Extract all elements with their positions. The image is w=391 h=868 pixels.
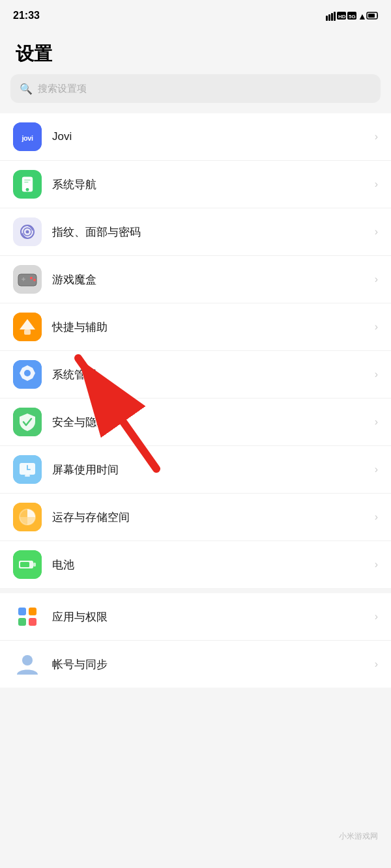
svg-rect-48 — [13, 602, 42, 631]
shortcut-chevron: › — [375, 321, 378, 333]
screentime-chevron: › — [375, 464, 378, 475]
svg-rect-52 — [29, 618, 36, 626]
svg-rect-46 — [33, 563, 36, 567]
system-chevron: › — [375, 369, 378, 380]
apps-label: 应用与权限 — [52, 609, 375, 624]
settings-item-account[interactable]: 帐号与同步 › — [0, 641, 391, 688]
svg-point-54 — [22, 655, 33, 665]
svg-rect-3 — [334, 12, 336, 21]
page-title: 设置 — [0, 31, 391, 74]
settings-group-1: jovi Jovi › 系统导航 › — [0, 113, 391, 588]
settings-item-system[interactable]: 系统管理 › — [0, 351, 391, 399]
settings-item-apps[interactable]: 应用与权限 › — [0, 593, 391, 641]
svg-rect-39 — [25, 475, 30, 477]
status-icons: HD 5G ▲ — [326, 9, 378, 22]
system-icon — [13, 360, 42, 389]
settings-item-jovi[interactable]: jovi Jovi › — [0, 113, 391, 161]
status-time: 21:33 — [13, 10, 40, 21]
security-icon — [13, 408, 42, 436]
svg-rect-47 — [20, 562, 29, 567]
storage-label: 运存与存储空间 — [52, 510, 375, 525]
svg-rect-10 — [368, 14, 375, 18]
signal-icons: HD 5G ▲ — [326, 9, 378, 22]
svg-point-27 — [33, 279, 36, 281]
svg-rect-29 — [23, 277, 24, 281]
svg-point-35 — [24, 370, 31, 376]
svg-rect-2 — [331, 13, 333, 21]
system-label: 系统管理 — [52, 367, 375, 382]
search-placeholder: 搜索设置项 — [38, 83, 87, 95]
jovi-label: Jovi — [52, 130, 375, 143]
settings-item-nav[interactable]: 系统导航 › — [0, 161, 391, 208]
svg-rect-50 — [29, 608, 36, 615]
svg-text:5G: 5G — [349, 14, 356, 20]
settings-item-screentime[interactable]: 屏幕使用时间 › — [0, 446, 391, 494]
fingerprint-icon — [13, 217, 42, 246]
status-bar: 21:33 HD 5G ▲ — [0, 0, 391, 31]
svg-rect-32 — [24, 329, 31, 335]
battery-icon — [13, 550, 42, 579]
settings-item-battery[interactable]: 电池 › — [0, 541, 391, 588]
svg-rect-0 — [326, 16, 328, 21]
game-label: 游戏魔盒 — [52, 272, 375, 287]
svg-rect-51 — [18, 618, 26, 626]
fingerprint-chevron: › — [375, 226, 378, 238]
account-icon — [13, 650, 42, 679]
security-chevron: › — [375, 416, 378, 428]
battery-chevron: › — [375, 559, 378, 570]
watermark: 小米游戏网 — [339, 831, 378, 842]
settings-item-shortcut[interactable]: 快捷与辅助 › — [0, 303, 391, 351]
svg-text:▲: ▲ — [358, 11, 367, 21]
search-icon: 🔍 — [20, 83, 33, 95]
screentime-label: 屏幕使用时间 — [52, 462, 375, 477]
svg-point-26 — [30, 277, 33, 279]
apps-chevron: › — [375, 611, 378, 623]
security-label: 安全与隐私 — [52, 415, 375, 430]
shortcut-label: 快捷与辅助 — [52, 320, 375, 335]
account-label: 帐号与同步 — [52, 657, 375, 672]
shortcut-icon — [13, 313, 42, 341]
account-chevron: › — [375, 658, 378, 670]
nav-icon — [13, 170, 42, 199]
svg-point-22 — [26, 231, 29, 234]
storage-icon — [13, 503, 42, 531]
svg-text:jovi: jovi — [22, 134, 33, 142]
settings-item-fingerprint[interactable]: 指纹、面部与密码 › — [0, 208, 391, 256]
game-icon — [13, 265, 42, 294]
jovi-icon: jovi — [13, 122, 42, 151]
svg-point-16 — [26, 188, 29, 191]
game-chevron: › — [375, 273, 378, 285]
svg-rect-1 — [328, 14, 330, 21]
storage-chevron: › — [375, 511, 378, 523]
search-bar[interactable]: 🔍 搜索设置项 — [10, 74, 381, 103]
settings-group-2: 应用与权限 › 帐号与同步 › — [0, 593, 391, 688]
apps-icon — [13, 602, 42, 631]
svg-rect-18 — [24, 182, 29, 183]
search-bar-container: 🔍 搜索设置项 — [0, 74, 391, 113]
screentime-icon — [13, 455, 42, 484]
svg-rect-11 — [377, 14, 378, 17]
settings-item-game[interactable]: 游戏魔盒 › — [0, 256, 391, 303]
settings-item-storage[interactable]: 运存与存储空间 › — [0, 494, 391, 541]
fingerprint-label: 指纹、面部与密码 — [52, 225, 375, 240]
nav-chevron: › — [375, 178, 378, 190]
nav-label: 系统导航 — [52, 177, 375, 192]
svg-text:HD: HD — [338, 14, 346, 20]
settings-item-security[interactable]: 安全与隐私 › — [0, 399, 391, 446]
jovi-chevron: › — [375, 131, 378, 143]
battery-label: 电池 — [52, 557, 375, 572]
svg-rect-17 — [24, 180, 31, 181]
svg-rect-49 — [18, 608, 26, 615]
